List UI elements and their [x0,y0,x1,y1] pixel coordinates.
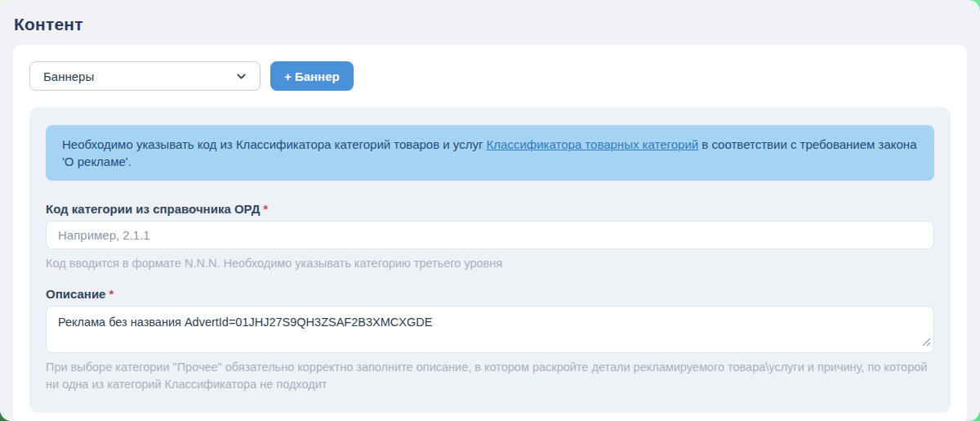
content-type-select-value: Баннеры [43,69,94,83]
content-card: Баннеры + Баннер Необходимо указывать ко… [13,45,967,421]
category-code-label-text: Код категории из справочника ОРД [46,202,260,216]
category-code-hint: Код вводится в формате N.N.N. Необходимо… [46,255,934,272]
category-code-group: Код категории из справочника ОРД* Код вв… [46,202,934,272]
category-code-input[interactable] [46,221,934,249]
toolbar: Баннеры + Баннер [29,61,951,91]
notice-text-before: Необходимо указывать код из Классификато… [62,137,487,151]
description-textarea[interactable]: Реклама без названия AdvertId=01JHJ27S9Q… [46,306,934,353]
notice-banner: Необходимо указывать код из Классификато… [46,125,934,181]
description-group: Описание* Реклама без названия AdvertId=… [46,287,934,393]
banner-form-panel: Необходимо указывать код из Классификато… [29,107,951,413]
required-asterisk: * [263,202,268,216]
description-textarea-wrap: Реклама без названия AdvertId=01JHJ27S9Q… [46,306,934,353]
page-title: Контент [14,15,967,34]
classifier-link[interactable]: Классификатора товарных категорий [487,137,699,151]
description-hint: При выборе категории "Прочее" обязательн… [46,359,934,393]
content-page: Контент Баннеры + Баннер Необходимо указ… [0,0,980,421]
chevron-down-icon [234,69,248,83]
content-type-select[interactable]: Баннеры [29,61,261,91]
category-code-label: Код категории из справочника ОРД* [46,202,934,216]
required-asterisk: * [109,287,114,301]
add-banner-button[interactable]: + Баннер [270,61,354,91]
description-label: Описание* [46,287,934,301]
description-label-text: Описание [46,287,105,301]
